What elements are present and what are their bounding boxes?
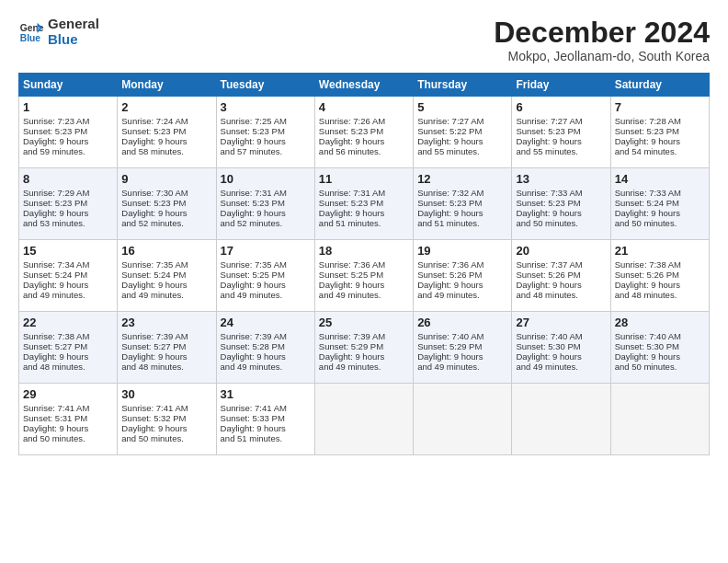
day-info-line: Sunrise: 7:38 AM <box>23 331 113 341</box>
day-info-line: and 50 minutes. <box>23 433 113 443</box>
day-cell: 7Sunrise: 7:28 AMSunset: 5:23 PMDaylight… <box>610 97 709 168</box>
day-info-line: Sunset: 5:23 PM <box>516 126 606 136</box>
day-cell: 22Sunrise: 7:38 AMSunset: 5:27 PMDayligh… <box>19 312 118 384</box>
day-info-line: Sunset: 5:23 PM <box>417 198 507 208</box>
day-info-line: and 48 minutes. <box>23 362 113 372</box>
day-info-line: Sunrise: 7:33 AM <box>516 188 606 198</box>
day-info-line: Daylight: 9 hours <box>516 136 606 146</box>
page: General Blue General Blue December 2024 … <box>0 0 728 466</box>
day-info-line: Sunrise: 7:39 AM <box>121 331 211 341</box>
day-number: 31 <box>221 387 311 401</box>
day-cell <box>414 384 512 455</box>
day-info-line: and 48 minutes. <box>516 290 606 300</box>
day-cell: 15Sunrise: 7:34 AMSunset: 5:24 PMDayligh… <box>19 240 118 312</box>
day-info-line: Sunrise: 7:24 AM <box>121 116 211 126</box>
day-info-line: Daylight: 9 hours <box>23 423 113 433</box>
day-info-line: Sunrise: 7:25 AM <box>221 116 311 126</box>
day-cell <box>512 384 610 455</box>
day-info-line: Daylight: 9 hours <box>615 351 705 362</box>
day-info-line: and 52 minutes. <box>221 218 311 228</box>
day-cell: 20Sunrise: 7:37 AMSunset: 5:26 PMDayligh… <box>512 240 610 312</box>
day-cell: 4Sunrise: 7:26 AMSunset: 5:23 PMDaylight… <box>314 97 413 168</box>
day-info-line: and 54 minutes. <box>615 146 705 156</box>
day-number: 19 <box>417 244 507 258</box>
header-cell-wednesday: Wednesday <box>314 74 413 97</box>
day-cell: 31Sunrise: 7:41 AMSunset: 5:33 PMDayligh… <box>216 384 314 455</box>
day-number: 14 <box>615 172 705 186</box>
month-title: December 2024 <box>494 17 710 49</box>
day-cell: 25Sunrise: 7:39 AMSunset: 5:29 PMDayligh… <box>314 312 413 384</box>
day-cell: 26Sunrise: 7:40 AMSunset: 5:29 PMDayligh… <box>414 312 512 384</box>
day-info-line: Daylight: 9 hours <box>221 351 311 362</box>
day-info-line: Sunset: 5:29 PM <box>417 341 507 351</box>
day-info-line: Sunrise: 7:41 AM <box>23 403 113 413</box>
day-info-line: and 50 minutes. <box>615 362 705 372</box>
day-cell: 16Sunrise: 7:35 AMSunset: 5:24 PMDayligh… <box>118 240 216 312</box>
day-info-line: Sunrise: 7:34 AM <box>23 259 113 270</box>
day-info-line: Sunset: 5:23 PM <box>121 198 211 208</box>
day-cell: 18Sunrise: 7:36 AMSunset: 5:25 PMDayligh… <box>314 240 413 312</box>
day-number: 16 <box>121 244 211 258</box>
day-info-line: and 50 minutes. <box>121 433 211 443</box>
day-cell: 11Sunrise: 7:31 AMSunset: 5:23 PMDayligh… <box>314 168 413 240</box>
day-cell: 2Sunrise: 7:24 AMSunset: 5:23 PMDaylight… <box>118 97 216 168</box>
day-info-line: Sunrise: 7:35 AM <box>121 259 211 270</box>
day-number: 22 <box>23 316 113 329</box>
day-cell: 10Sunrise: 7:31 AMSunset: 5:23 PMDayligh… <box>216 168 314 240</box>
day-cell: 6Sunrise: 7:27 AMSunset: 5:23 PMDaylight… <box>512 97 610 168</box>
day-info-line: and 49 minutes. <box>319 362 409 372</box>
day-info-line: Sunrise: 7:40 AM <box>417 331 507 341</box>
week-row-1: 1Sunrise: 7:23 AMSunset: 5:23 PMDaylight… <box>19 97 710 168</box>
day-info-line: Sunset: 5:27 PM <box>23 341 113 351</box>
header: General Blue General Blue December 2024 … <box>18 17 710 63</box>
day-number: 11 <box>319 172 409 186</box>
svg-text:Blue: Blue <box>20 33 41 43</box>
day-info-line: Sunrise: 7:27 AM <box>516 116 606 126</box>
day-info-line: and 49 minutes. <box>417 290 507 300</box>
day-info-line: and 56 minutes. <box>319 146 409 156</box>
day-info-line: Daylight: 9 hours <box>23 351 113 362</box>
header-cell-sunday: Sunday <box>19 74 118 97</box>
day-number: 17 <box>221 244 311 258</box>
day-info-line: Sunset: 5:23 PM <box>221 198 311 208</box>
day-info-line: Sunset: 5:25 PM <box>221 270 311 280</box>
day-info-line: Sunrise: 7:39 AM <box>221 331 311 341</box>
day-info-line: Sunrise: 7:29 AM <box>23 188 113 198</box>
day-info-line: Daylight: 9 hours <box>23 280 113 290</box>
day-info-line: Sunset: 5:30 PM <box>516 341 606 351</box>
day-cell: 21Sunrise: 7:38 AMSunset: 5:26 PMDayligh… <box>610 240 709 312</box>
calendar-table: SundayMondayTuesdayWednesdayThursdayFrid… <box>18 73 710 455</box>
day-number: 29 <box>23 387 113 401</box>
day-info-line: Daylight: 9 hours <box>121 280 211 290</box>
day-info-line: Sunset: 5:23 PM <box>23 198 113 208</box>
day-info-line: Daylight: 9 hours <box>615 208 705 218</box>
day-info-line: and 49 minutes. <box>121 290 211 300</box>
day-number: 24 <box>221 316 311 329</box>
day-info-line: Sunset: 5:33 PM <box>221 413 311 423</box>
day-number: 26 <box>417 316 507 329</box>
day-info-line: Sunrise: 7:39 AM <box>319 331 409 341</box>
day-number: 9 <box>121 172 211 186</box>
day-info-line: and 51 minutes. <box>417 218 507 228</box>
day-info-line: Sunrise: 7:27 AM <box>417 116 507 126</box>
day-info-line: Daylight: 9 hours <box>23 208 113 218</box>
day-info-line: Sunrise: 7:38 AM <box>615 259 705 270</box>
day-info-line: Daylight: 9 hours <box>319 136 409 146</box>
day-number: 28 <box>615 316 705 329</box>
day-info-line: and 49 minutes. <box>417 362 507 372</box>
day-number: 2 <box>121 100 211 114</box>
day-info-line: Sunset: 5:23 PM <box>221 126 311 136</box>
day-info-line: Sunrise: 7:31 AM <box>319 188 409 198</box>
logo-icon: General Blue <box>18 19 44 45</box>
day-info-line: Daylight: 9 hours <box>516 351 606 362</box>
day-cell: 13Sunrise: 7:33 AMSunset: 5:23 PMDayligh… <box>512 168 610 240</box>
day-info-line: and 59 minutes. <box>23 146 113 156</box>
header-cell-thursday: Thursday <box>414 74 512 97</box>
week-row-4: 22Sunrise: 7:38 AMSunset: 5:27 PMDayligh… <box>19 312 710 384</box>
day-info-line: Daylight: 9 hours <box>319 351 409 362</box>
day-number: 4 <box>319 100 409 114</box>
day-info-line: Daylight: 9 hours <box>417 208 507 218</box>
day-number: 20 <box>516 244 606 258</box>
day-cell: 23Sunrise: 7:39 AMSunset: 5:27 PMDayligh… <box>118 312 216 384</box>
day-info-line: Sunrise: 7:41 AM <box>121 403 211 413</box>
